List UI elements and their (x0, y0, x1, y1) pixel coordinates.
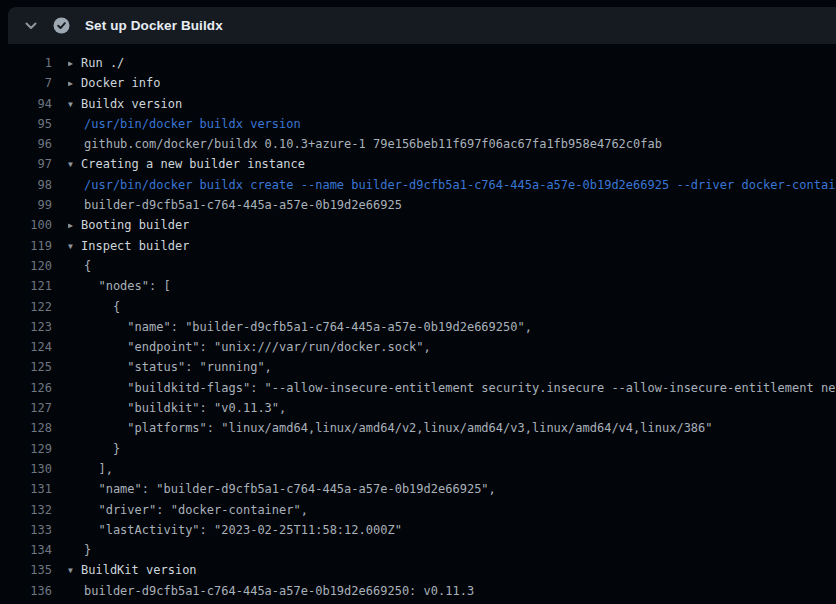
log-line: 130 ], (0, 459, 836, 479)
log-text: builder-d9cfb5a1-c764-445a-a57e-0b19d2e6… (84, 584, 474, 598)
line-number[interactable]: 125 (0, 357, 52, 377)
log-text: "status": "running", (84, 360, 272, 374)
line-content: ], (68, 459, 113, 479)
line-content: "driver": "docker-container", (68, 500, 308, 520)
line-number[interactable]: 7 (0, 73, 52, 93)
line-number[interactable]: 123 (0, 317, 52, 337)
line-content[interactable]: ▶Docker info (68, 73, 160, 93)
log-line: 100 ▶Booting builder (0, 215, 836, 235)
group-title[interactable]: BuildKit version (81, 563, 197, 577)
log-line: 95 /usr/bin/docker buildx version (0, 114, 836, 134)
log-line: 122 { (0, 297, 836, 317)
log-line: 135 ▼BuildKit version (0, 560, 836, 580)
line-number[interactable]: 136 (0, 581, 52, 601)
log-line: 121 "nodes": [ (0, 276, 836, 296)
line-number[interactable]: 126 (0, 378, 52, 398)
triangle-down-icon[interactable]: ▼ (68, 561, 81, 580)
group-title[interactable]: Run ./ (81, 56, 124, 70)
group-title[interactable]: Docker info (81, 76, 160, 90)
triangle-down-icon[interactable]: ▼ (68, 155, 81, 174)
log-line: 7 ▶Docker info (0, 73, 836, 93)
triangle-right-icon[interactable]: ▶ (68, 54, 81, 73)
log-text: "nodes": [ (84, 279, 171, 293)
line-number[interactable]: 1 (0, 53, 52, 73)
step-header[interactable]: Set up Docker Buildx (8, 7, 836, 44)
line-number[interactable]: 120 (0, 256, 52, 276)
log-line: 1 ▶Run ./ (0, 53, 836, 73)
line-number[interactable]: 96 (0, 134, 52, 154)
log-line: 98 /usr/bin/docker buildx create --name … (0, 175, 836, 195)
line-content: github.com/docker/buildx 0.10.3+azure-1 … (68, 134, 662, 154)
log-text: "driver": "docker-container", (84, 503, 308, 517)
line-number[interactable]: 130 (0, 459, 52, 479)
log-line: 128 "platforms": "linux/amd64,linux/amd6… (0, 418, 836, 438)
log-line: 125 "status": "running", (0, 357, 836, 377)
chevron-down-icon[interactable] (24, 19, 38, 33)
line-content: builder-d9cfb5a1-c764-445a-a57e-0b19d2e6… (68, 581, 474, 601)
log-text: "name": "builder-d9cfb5a1-c764-445a-a57e… (84, 482, 496, 496)
line-number[interactable]: 131 (0, 479, 52, 499)
line-number[interactable]: 135 (0, 560, 52, 580)
log-line: 129 } (0, 439, 836, 459)
line-content[interactable]: ▼BuildKit version (68, 560, 197, 580)
line-number[interactable]: 127 (0, 398, 52, 418)
line-content[interactable]: ▼Creating a new builder instance (68, 154, 305, 174)
line-number[interactable]: 95 (0, 114, 52, 134)
step-title: Set up Docker Buildx (85, 18, 223, 33)
line-content: "name": "builder-d9cfb5a1-c764-445a-a57e… (68, 317, 532, 337)
triangle-down-icon[interactable]: ▼ (68, 237, 81, 256)
line-number[interactable]: 99 (0, 195, 52, 215)
line-number[interactable]: 129 (0, 439, 52, 459)
log-text: "buildkit": "v0.11.3", (84, 401, 286, 415)
log-text: } (84, 442, 120, 456)
log-text: builder-d9cfb5a1-c764-445a-a57e-0b19d2e6… (84, 198, 402, 212)
group-title[interactable]: Inspect builder (81, 239, 189, 253)
line-number[interactable]: 122 (0, 297, 52, 317)
line-content: /usr/bin/docker buildx create --name bui… (68, 175, 836, 195)
line-content: { (68, 297, 120, 317)
line-number[interactable]: 119 (0, 236, 52, 256)
triangle-down-icon[interactable]: ▼ (68, 95, 81, 114)
log-line: 134 } (0, 540, 836, 560)
log-line: 123 "name": "builder-d9cfb5a1-c764-445a-… (0, 317, 836, 337)
log-line: 136 builder-d9cfb5a1-c764-445a-a57e-0b19… (0, 581, 836, 601)
log-line: 120 { (0, 256, 836, 276)
log-text: { (84, 259, 91, 273)
line-number[interactable]: 134 (0, 540, 52, 560)
line-content: "endpoint": "unix:///var/run/docker.sock… (68, 337, 431, 357)
log-text: { (84, 300, 120, 314)
group-title[interactable]: Buildx version (81, 97, 182, 111)
log-line: 124 "endpoint": "unix:///var/run/docker.… (0, 337, 836, 357)
line-number[interactable]: 121 (0, 276, 52, 296)
line-number[interactable]: 97 (0, 154, 52, 174)
line-content[interactable]: ▶Run ./ (68, 53, 124, 73)
line-content: { (68, 256, 91, 276)
line-number[interactable]: 94 (0, 94, 52, 114)
line-number[interactable]: 133 (0, 520, 52, 540)
line-content[interactable]: ▼Inspect builder (68, 236, 189, 256)
line-number[interactable]: 128 (0, 418, 52, 438)
log-line: 97 ▼Creating a new builder instance (0, 154, 836, 174)
line-content: /usr/bin/docker buildx version (68, 114, 301, 134)
line-content[interactable]: ▶Booting builder (68, 215, 189, 235)
group-title[interactable]: Creating a new builder instance (81, 157, 305, 171)
log-text: } (84, 543, 91, 557)
group-title[interactable]: Booting builder (81, 218, 189, 232)
line-number[interactable]: 100 (0, 215, 52, 235)
command-text: /usr/bin/docker buildx create --name bui… (84, 178, 836, 192)
command-text: /usr/bin/docker buildx version (84, 117, 301, 131)
line-content: "name": "builder-d9cfb5a1-c764-445a-a57e… (68, 479, 496, 499)
line-content[interactable]: ▼Buildx version (68, 94, 182, 114)
triangle-right-icon[interactable]: ▶ (68, 74, 81, 93)
line-content: "platforms": "linux/amd64,linux/amd64/v2… (68, 418, 713, 438)
log-text: "buildkitd-flags": "--allow-insecure-ent… (84, 381, 836, 395)
log-line: 131 "name": "builder-d9cfb5a1-c764-445a-… (0, 479, 836, 499)
line-number[interactable]: 98 (0, 175, 52, 195)
line-content: "lastActivity": "2023-02-25T11:58:12.000… (68, 520, 402, 540)
line-number[interactable]: 132 (0, 500, 52, 520)
log-line: 119 ▼Inspect builder (0, 236, 836, 256)
line-content: "status": "running", (68, 357, 272, 377)
triangle-right-icon[interactable]: ▶ (68, 216, 81, 235)
line-content: "buildkit": "v0.11.3", (68, 398, 286, 418)
line-number[interactable]: 124 (0, 337, 52, 357)
